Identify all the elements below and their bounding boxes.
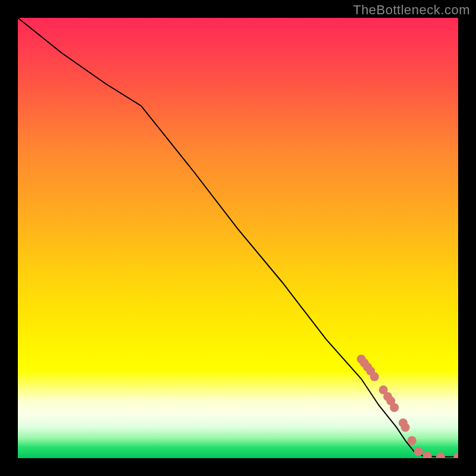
chart-svg bbox=[18, 18, 458, 458]
data-curve bbox=[18, 18, 458, 457]
marker-point bbox=[414, 447, 423, 456]
chart-frame: TheBottleneck.com bbox=[0, 0, 476, 476]
marker-point bbox=[401, 423, 410, 432]
marker-point bbox=[390, 403, 399, 412]
marker-point bbox=[454, 452, 459, 458]
watermark-text: TheBottleneck.com bbox=[353, 2, 470, 18]
marker-point bbox=[436, 452, 445, 458]
marker-point bbox=[370, 372, 379, 381]
marker-point bbox=[423, 452, 432, 458]
marker-point bbox=[408, 436, 416, 445]
